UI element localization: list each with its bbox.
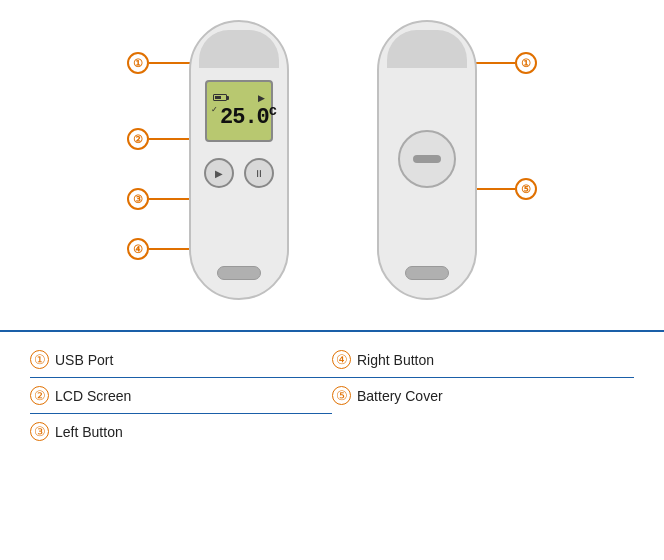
legend-icon-3: ③ (30, 422, 49, 441)
back-usb-port (405, 266, 449, 280)
legend-label-5: Battery Cover (357, 388, 443, 404)
legend-label-1: USB Port (55, 352, 113, 368)
page-container: ① ② ③ ④ (0, 0, 664, 459)
callout-num-3: ③ (127, 188, 149, 210)
legend-right-col: ④ Right Button ⑤ Battery Cover (332, 342, 634, 449)
callout-line-1-back (470, 62, 515, 64)
legend-label-4: Right Button (357, 352, 434, 368)
callout-num-4: ④ (127, 238, 149, 260)
temperature-value: 25.0c (220, 104, 276, 129)
front-usb-port (217, 266, 261, 280)
temp-unit: c (269, 103, 276, 119)
callout-num-5: ⑤ (515, 178, 537, 200)
legend-icon-4: ④ (332, 350, 351, 369)
legend-item-1: ① USB Port (30, 342, 332, 378)
front-buttons-row: ▶ ⏸ (204, 158, 274, 188)
legend-item-2: ② LCD Screen (30, 378, 332, 414)
screen-top-row: ▶ (211, 93, 267, 103)
legend-item-4: ④ Right Button (332, 342, 634, 378)
play-button[interactable]: ▶ (204, 158, 234, 188)
legend-item-5: ⑤ Battery Cover (332, 378, 634, 413)
battery-slot (413, 155, 441, 163)
battery-tip (227, 96, 229, 100)
lcd-screen: ▶ ✓ 25.0c (205, 80, 273, 142)
legend-item-3: ③ Left Button (30, 414, 332, 449)
callout-5-back: ⑤ (470, 178, 537, 200)
callout-num-1-back: ① (515, 52, 537, 74)
front-top-cap (199, 30, 279, 68)
check-mark: ✓ (211, 105, 218, 114)
legend-icon-2: ② (30, 386, 49, 405)
battery-icon (213, 94, 227, 101)
battery-cover (398, 130, 456, 188)
legend-icon-1: ① (30, 350, 49, 369)
front-device-diagram: ① ② ③ ④ (117, 10, 317, 320)
diagram-section: ① ② ③ ④ (0, 0, 664, 330)
battery-fill (215, 96, 221, 99)
back-device-body (377, 20, 477, 300)
legend-left-col: ① USB Port ② LCD Screen ③ Left Button (30, 342, 332, 449)
battery-indicator (213, 94, 227, 101)
callout-1-back: ① (470, 52, 537, 74)
back-device-diagram: ① ⑤ (367, 10, 547, 320)
front-device-body: ▶ ✓ 25.0c ▶ ⏸ (189, 20, 289, 300)
callout-num-1: ① (127, 52, 149, 74)
pause-button[interactable]: ⏸ (244, 158, 274, 188)
legend-section: ① USB Port ② LCD Screen ③ Left Button ④ … (0, 332, 664, 459)
screen-middle-row: ✓ 25.0c (211, 104, 267, 129)
legend-label-2: LCD Screen (55, 388, 131, 404)
legend-label-3: Left Button (55, 424, 123, 440)
play-icon: ▶ (258, 93, 265, 103)
legend-grid: ① USB Port ② LCD Screen ③ Left Button ④ … (30, 342, 634, 449)
legend-icon-5: ⑤ (332, 386, 351, 405)
callout-num-2: ② (127, 128, 149, 150)
back-top-cap (387, 30, 467, 68)
